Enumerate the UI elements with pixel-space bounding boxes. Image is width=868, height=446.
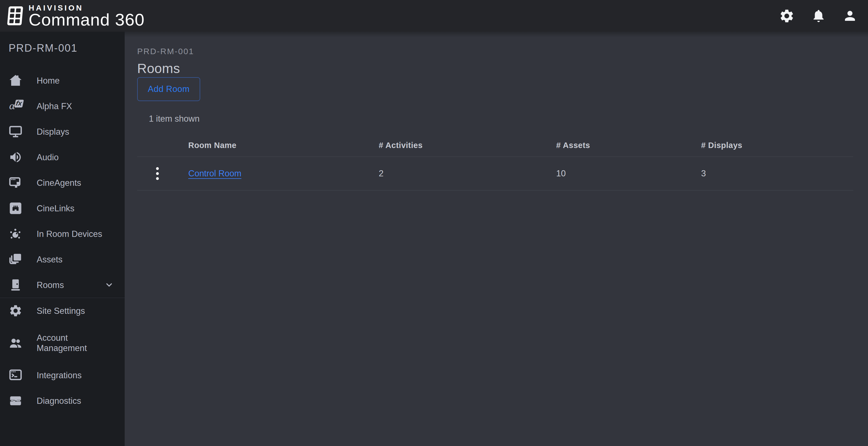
diagnostics-pulse-icon bbox=[8, 394, 23, 408]
sidebar-item-rooms[interactable]: Rooms bbox=[0, 272, 125, 298]
app-window: HAIVISION Command 360 PRD-RM-001 bbox=[0, 0, 868, 446]
sidebar-item-label: Home bbox=[37, 76, 60, 86]
settings-gear-icon[interactable] bbox=[779, 8, 795, 24]
sidebar-item-label: Integrations bbox=[37, 370, 82, 381]
displays-cell: 3 bbox=[701, 169, 853, 179]
sidebar-item-audio[interactable]: Audio bbox=[0, 144, 125, 170]
alpha-fx-icon: αfx bbox=[8, 102, 23, 110]
sidebar-item-label: Site Settings bbox=[37, 306, 85, 316]
in-room-devices-icon bbox=[8, 227, 23, 241]
sidebar-item-label: Account Management bbox=[37, 333, 109, 353]
sidebar-item-label: CineLinks bbox=[37, 203, 74, 213]
column-header-displays: # Displays bbox=[701, 141, 853, 150]
sidebar-site-label: PRD-RM-001 bbox=[0, 32, 125, 53]
activities-cell: 2 bbox=[379, 169, 556, 179]
assets-layers-icon bbox=[8, 252, 23, 267]
cinelinks-ethernet-icon bbox=[8, 201, 23, 215]
topbar-actions bbox=[779, 8, 858, 24]
sidebar-item-label: CineAgents bbox=[37, 178, 81, 188]
people-icon bbox=[8, 336, 23, 350]
kebab-menu-icon[interactable] bbox=[154, 166, 160, 182]
gear-icon bbox=[8, 304, 23, 318]
sidebar-item-integrations[interactable]: Integrations bbox=[0, 362, 125, 388]
sidebar-nav: Home αfx Alpha FX Displays bbox=[0, 68, 125, 414]
sidebar-item-label: Displays bbox=[37, 127, 69, 137]
home-icon bbox=[8, 73, 23, 88]
rooms-door-icon bbox=[8, 278, 23, 292]
sidebar-item-in-room-devices[interactable]: In Room Devices bbox=[0, 221, 125, 247]
sidebar-item-site-settings[interactable]: Site Settings bbox=[0, 298, 125, 324]
sidebar-item-label: Rooms bbox=[37, 280, 64, 290]
sidebar-item-label: Assets bbox=[37, 255, 62, 265]
product-name: Command 360 bbox=[29, 12, 145, 28]
column-header-room-name: Room Name bbox=[188, 141, 379, 150]
sidebar-item-cineagents[interactable]: CineAgents bbox=[0, 170, 125, 196]
room-name-cell: Control Room bbox=[188, 169, 379, 179]
sidebar: PRD-RM-001 Home αfx Alpha FX bbox=[0, 32, 125, 446]
sidebar-item-label: Audio bbox=[37, 152, 59, 162]
audio-speaker-icon bbox=[8, 150, 23, 164]
user-person-icon[interactable] bbox=[842, 8, 858, 23]
haivision-videowall-logo-icon bbox=[6, 6, 24, 26]
sidebar-item-home[interactable]: Home bbox=[0, 68, 125, 93]
row-actions-cell bbox=[137, 166, 188, 182]
page-title: Rooms bbox=[137, 61, 853, 77]
sidebar-item-alpha-fx[interactable]: αfx Alpha FX bbox=[0, 93, 125, 119]
cineagents-window-icon bbox=[8, 176, 23, 190]
sidebar-item-label: Alpha FX bbox=[37, 101, 72, 111]
table-row: Control Room 2 10 3 bbox=[137, 157, 853, 190]
sidebar-item-account-management[interactable]: Account Management bbox=[0, 324, 125, 362]
room-link[interactable]: Control Room bbox=[188, 169, 241, 178]
chevron-down-icon[interactable] bbox=[104, 280, 114, 290]
sidebar-item-assets[interactable]: Assets bbox=[0, 247, 125, 272]
sidebar-item-label: In Room Devices bbox=[37, 229, 102, 239]
terminal-window-icon bbox=[8, 368, 23, 382]
display-icon bbox=[8, 124, 23, 139]
sidebar-item-diagnostics[interactable]: Diagnostics bbox=[0, 388, 125, 414]
brand-text: HAIVISION Command 360 bbox=[29, 4, 145, 28]
table-header-row: Room Name # Activities # Assets # Displa… bbox=[137, 134, 853, 157]
add-room-button[interactable]: Add Room bbox=[137, 77, 200, 101]
rooms-table: Room Name # Activities # Assets # Displa… bbox=[137, 134, 853, 190]
notifications-bell-icon[interactable] bbox=[811, 8, 826, 23]
sidebar-item-displays[interactable]: Displays bbox=[0, 119, 125, 144]
main-content: PRD-RM-001 Rooms Add Room 1 item shown R… bbox=[125, 32, 868, 446]
brand-logo[interactable]: HAIVISION Command 360 bbox=[7, 4, 145, 28]
items-shown-count: 1 item shown bbox=[149, 114, 853, 124]
assets-cell: 10 bbox=[556, 169, 701, 179]
sidebar-item-cinelinks[interactable]: CineLinks bbox=[0, 196, 125, 221]
topbar: HAIVISION Command 360 bbox=[0, 0, 868, 32]
sidebar-item-label: Diagnostics bbox=[37, 396, 81, 406]
column-header-assets: # Assets bbox=[556, 141, 701, 150]
column-header-activities: # Activities bbox=[379, 141, 556, 150]
breadcrumb: PRD-RM-001 bbox=[137, 47, 853, 56]
